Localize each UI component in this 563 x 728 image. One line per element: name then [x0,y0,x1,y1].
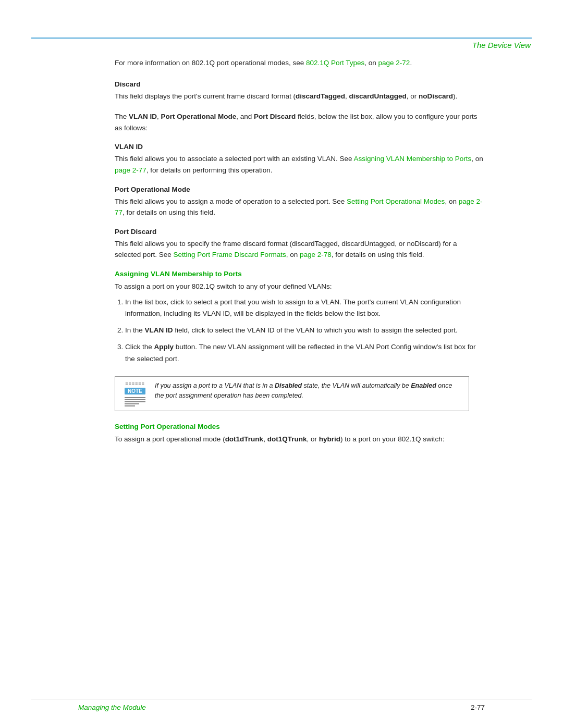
port-discard-ref: Port Discard [254,113,296,120]
note-line-2 [125,399,145,400]
vlan-id-body: This field allows you to associate a sel… [115,153,485,176]
discard-heading: Discard [115,80,485,88]
step-1: In the list box, click to select a port … [125,297,485,320]
vlan-id-ref: VLAN ID [129,113,157,120]
section-setting-port-op: Setting Port Operational Modes To assign… [115,423,485,445]
vlan-fields-intro: The VLAN ID, Port Operational Mode, and … [115,111,485,133]
step-2: In the VLAN ID field, click to select th… [125,325,485,336]
link-page-278[interactable]: page 2-78 [300,251,332,258]
footer-left-label: Managing the Module [78,704,146,711]
port-op-mode-heading: Port Operational Mode [115,186,485,193]
note-text-mid: state, the VLAN will automatically be [302,382,411,389]
section-assigning-vlan: Assigning VLAN Membership to Ports To as… [115,270,485,365]
step2-vlan-id-bold: VLAN ID [145,326,173,334]
section-port-op-mode: Port Operational Mode This field allows … [115,186,485,218]
note-line-1 [125,397,145,398]
note-icon-lines: ≡≡≡≡≡≡ [125,381,145,387]
note-icon-area: ≡≡≡≡≡≡ NOTE [121,381,149,406]
dot1qtrunk-bold: dot1QTrunk [267,435,307,443]
main-content: For more information on 802.1Q port oper… [0,0,563,496]
page-container: The Device View For more information on … [0,0,563,728]
step3-apply-bold: Apply [154,343,174,351]
footer-page-number: 2-77 [471,704,485,711]
note-text-before: If you assign a port to a VLAN that is i… [155,382,275,389]
link-setting-port-frame[interactable]: Setting Port Frame Discard Formats [174,251,286,258]
port-discard-heading: Port Discard [115,228,485,236]
step-3: Click the Apply button. The new VLAN ass… [125,341,485,365]
setting-port-op-body: To assign a port operational mode (dot1d… [115,434,485,445]
link-assigning-vlan[interactable]: Assigning VLAN Membership to Ports [354,155,472,163]
note-box: ≡≡≡≡≡≡ NOTE If you assign a port to a VL… [115,376,469,411]
header-title: The Device View [472,41,531,50]
discard-untagged: discardUntagged [349,92,407,100]
vlan-id-heading: VLAN ID [115,143,485,151]
discard-tagged: discardTagged [296,92,345,100]
note-line-5 [125,405,135,406]
note-decorative-lines [125,397,145,406]
setting-port-op-heading: Setting Port Operational Modes [115,423,485,430]
link-802q-port-types[interactable]: 802.1Q Port Types [306,59,364,67]
note-line-4 [125,403,139,404]
note-badge: NOTE [125,388,145,394]
link-setting-port-op-modes[interactable]: Setting Port Operational Modes [347,198,445,205]
section-port-discard: Port Discard This field allows you to sp… [115,228,485,261]
port-op-mode-ref: Port Operational Mode [161,113,237,120]
intro-text-after: . [410,59,412,67]
note-text: If you assign a port to a VLAN that is i… [155,381,462,401]
section-vlan-id: VLAN ID This field allows you to associa… [115,143,485,176]
hybrid-bold: hybrid [319,435,340,443]
link-page-277a[interactable]: page 2-77 [115,166,146,174]
assigning-vlan-heading: Assigning VLAN Membership to Ports [115,270,485,278]
note-line-3 [125,401,145,402]
note-enabled-bold: Enabled [411,382,436,389]
no-discard: noDiscard [419,92,453,100]
port-op-mode-body: This field allows you to assign a mode o… [115,196,485,218]
intro-text-middle: , on [364,59,378,67]
assigning-steps-list: In the list box, click to select a port … [125,297,485,365]
discard-body: This field displays the port's current f… [115,91,485,102]
header-divider [31,38,532,39]
port-discard-body: This field allows you to specify the fra… [115,238,485,261]
footer-divider [31,699,532,699]
link-page-272[interactable]: page 2-72 [378,59,410,67]
note-disabled-bold: Disabled [275,382,302,389]
assigning-vlan-intro: To assign a port on your 802.1Q switch t… [115,281,485,292]
dot1dtrunk-bold: dot1dTrunk [225,435,264,443]
section-discard: Discard This field displays the port's c… [115,80,485,102]
intro-paragraph: For more information on 802.1Q port oper… [115,57,485,69]
intro-text-before: For more information on 802.1Q port oper… [115,59,306,67]
